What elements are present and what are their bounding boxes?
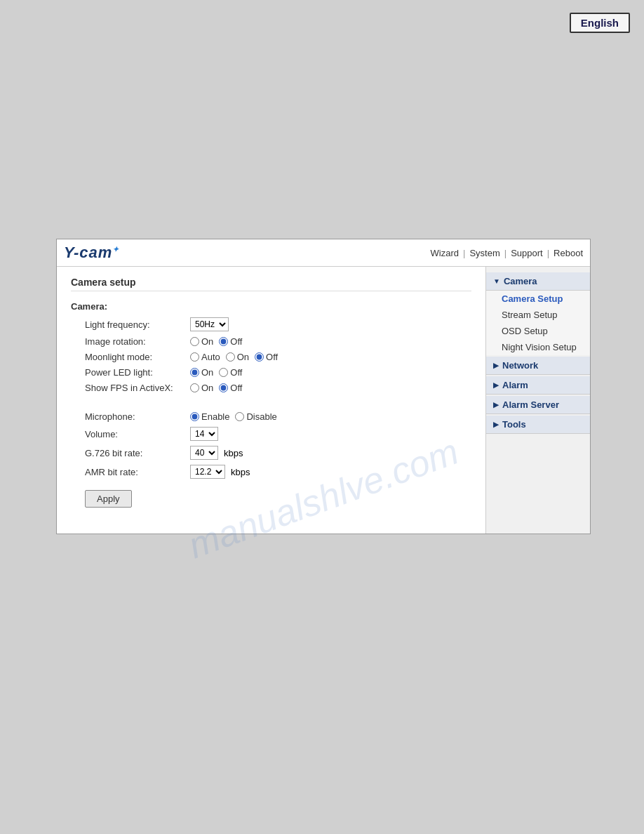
show-fps-row: Show FPS in ActiveX: On Off [71,383,471,393]
amr-label: AMR bit rate: [85,467,190,477]
microphone-section: Microphone: Enable Disable Vol [71,411,471,479]
microphone-label: Microphone: [85,411,190,422]
logo-text: Y-cam✦ [64,244,119,262]
moonlight-off-item[interactable]: Off [255,352,278,362]
sidebar-alarm-label: Alarm [502,380,528,390]
nav-links: Wizard | System | Support | Reboot [431,248,583,258]
light-frequency-row: Light frequency: 50Hz 60Hz [71,317,471,331]
image-rotation-off-label: Off [230,336,242,347]
microphone-enable-label: Enable [201,411,229,422]
show-fps-on-radio[interactable] [190,383,199,392]
sidebar-tools-label: Tools [502,419,526,430]
microphone-enable-item[interactable]: Enable [190,411,229,422]
moonlight-label: Moonlight mode: [85,352,190,362]
camera-section: Camera: Light frequency: 50Hz 60Hz Image… [71,301,471,393]
alarm-server-arrow-icon: ▶ [493,401,499,409]
image-rotation-on-label: On [201,336,213,347]
logo: Y-cam✦ [64,244,119,262]
page-frame: Y-cam✦ Wizard | System | Support | Reboo… [56,239,591,534]
sidebar-tools-header[interactable]: ▶ Tools [486,416,590,434]
power-led-on-radio[interactable] [190,368,199,377]
moonlight-auto-radio[interactable] [190,352,199,362]
amr-row: AMR bit rate: 12.2 4.75 5.15 5.9 6.7 7.4… [71,465,471,479]
logo-y: Y-cam [64,244,112,261]
image-rotation-off-item[interactable]: Off [219,336,242,347]
sidebar-camera-header[interactable]: ▼ Camera [486,272,590,291]
sidebar-alarm-header[interactable]: ▶ Alarm [486,376,590,395]
image-rotation-label: Image rotation: [85,336,190,347]
microphone-disable-label: Disable [246,411,276,422]
sidebar-camera-label: Camera [504,276,537,286]
light-frequency-select[interactable]: 50Hz 60Hz [190,317,229,331]
moonlight-auto-label: Auto [201,352,220,362]
power-led-label: Power LED light: [85,367,190,378]
g726-control: 40 16 24 32 kbps [190,446,243,460]
moonlight-row: Moonlight mode: Auto On Off [71,352,471,362]
content-area: Camera setup Camera: Light frequency: 50… [57,267,590,534]
english-button[interactable]: English [570,13,630,33]
image-rotation-row: Image rotation: On Off [71,336,471,347]
power-led-on-item[interactable]: On [190,367,213,378]
apply-row: Apply [71,490,471,508]
sidebar-network-header[interactable]: ▶ Network [486,357,590,375]
image-rotation-control: On Off [190,336,242,347]
microphone-enable-radio[interactable] [190,412,199,421]
show-fps-label: Show FPS in ActiveX: [85,383,190,393]
sidebar-alarm-section: ▶ Alarm [486,376,590,395]
sidebar-item-camera-setup[interactable]: Camera Setup [486,291,590,307]
image-rotation-off-radio[interactable] [219,337,228,346]
sidebar: ▼ Camera Camera Setup Stream Setup OSD S… [486,267,590,534]
show-fps-off-item[interactable]: Off [219,383,242,393]
power-led-off-radio[interactable] [219,368,228,377]
show-fps-off-label: Off [230,383,242,393]
sidebar-item-osd-setup[interactable]: OSD Setup [486,323,590,339]
show-fps-on-label: On [201,383,213,393]
nav-sep-1: | [463,248,465,258]
moonlight-auto-item[interactable]: Auto [190,352,220,362]
power-led-off-label: Off [230,367,242,378]
apply-button[interactable]: Apply [85,490,132,508]
logo-wifi-icon: ✦ [112,245,119,253]
sidebar-alarm-server-section: ▶ Alarm Server [486,396,590,414]
sidebar-camera-items: Camera Setup Stream Setup OSD Setup Nigh… [486,291,590,355]
sidebar-item-night-vision-setup[interactable]: Night Vision Setup [486,339,590,355]
show-fps-control: On Off [190,383,242,393]
light-frequency-label: Light frequency: [85,319,190,330]
power-led-control: On Off [190,367,242,378]
power-led-on-label: On [201,367,213,378]
volume-control: 14 1234 5678 9101112 1315 [190,427,218,441]
moonlight-off-radio[interactable] [255,352,264,362]
image-rotation-on-radio[interactable] [190,337,199,346]
moonlight-on-item[interactable]: On [226,352,249,362]
top-nav: Y-cam✦ Wizard | System | Support | Reboo… [57,239,590,267]
language-selector[interactable]: English [570,13,630,33]
nav-support[interactable]: Support [511,248,543,258]
image-rotation-on-item[interactable]: On [190,336,213,347]
nav-wizard[interactable]: Wizard [431,248,459,258]
volume-label: Volume: [85,429,190,439]
camera-section-label: Camera: [71,301,471,312]
main-content: Camera setup Camera: Light frequency: 50… [57,267,486,534]
microphone-disable-radio[interactable] [235,412,244,421]
power-led-off-item[interactable]: Off [219,367,242,378]
amr-select[interactable]: 12.2 4.75 5.15 5.9 6.7 7.4 7.95 10.2 [190,465,225,479]
show-fps-off-radio[interactable] [219,383,228,392]
moonlight-control: Auto On Off [190,352,278,362]
nav-system[interactable]: System [469,248,499,258]
sidebar-network-label: Network [502,360,538,371]
form-divider [71,404,471,411]
page-title: Camera setup [71,277,471,291]
network-arrow-icon: ▶ [493,362,499,369]
moonlight-on-label: On [237,352,249,362]
alarm-arrow-icon: ▶ [493,381,499,389]
volume-select[interactable]: 14 1234 5678 9101112 1315 [190,427,218,441]
moonlight-on-radio[interactable] [226,352,235,362]
sidebar-alarm-server-header[interactable]: ▶ Alarm Server [486,396,590,414]
nav-reboot[interactable]: Reboot [554,248,583,258]
sidebar-camera-section: ▼ Camera Camera Setup Stream Setup OSD S… [486,272,590,355]
microphone-disable-item[interactable]: Disable [235,411,276,422]
light-frequency-control: 50Hz 60Hz [190,317,229,331]
g726-select[interactable]: 40 16 24 32 [190,446,218,460]
show-fps-on-item[interactable]: On [190,383,213,393]
sidebar-item-stream-setup[interactable]: Stream Setup [486,307,590,323]
